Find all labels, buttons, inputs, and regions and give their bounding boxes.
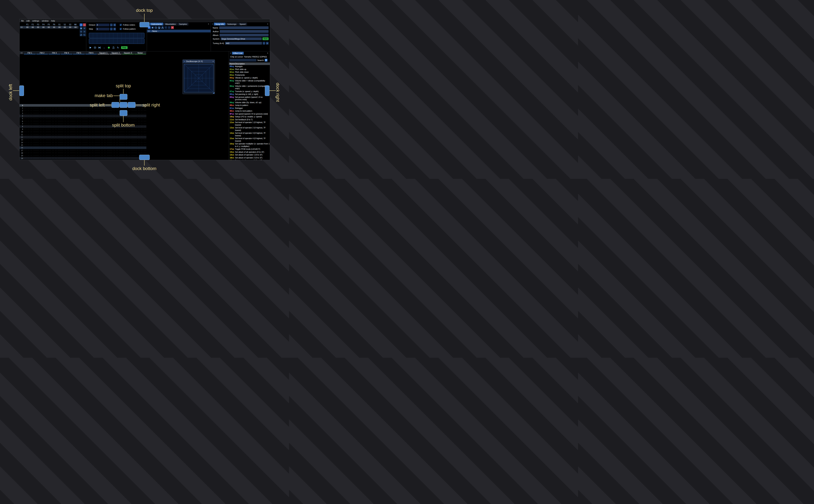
pattern-cell[interactable]: ··· ·· ·· ···· bbox=[97, 136, 110, 138]
pattern-cell[interactable]: ··· ·· ·· ···· bbox=[85, 120, 97, 122]
pattern-cell[interactable]: ··· ·· ·· ···· bbox=[36, 112, 48, 114]
order-cell[interactable]: 00 bbox=[35, 26, 41, 28]
pattern-cell[interactable]: ··· ·· ·· ···· bbox=[24, 118, 36, 120]
pattern-cell[interactable]: ··· ·· ·· ···· bbox=[122, 139, 134, 141]
pattern-cell[interactable]: ··· ·· ·· ···· bbox=[73, 134, 85, 135]
pattern-cell[interactable]: ··· ·· ·· ···· bbox=[97, 118, 110, 120]
pattern-cell[interactable]: ··· ·· ·· ···· bbox=[110, 128, 122, 130]
duplicate-instrument-button[interactable]: ▣ bbox=[151, 26, 154, 29]
pattern-cell[interactable]: ··· ·· ·· ···· bbox=[61, 128, 73, 130]
channel-header-fm-3[interactable]: FM 3 bbox=[48, 51, 61, 54]
pattern-cell[interactable]: ··· ·· ·· ···· bbox=[61, 136, 73, 138]
pattern-cell[interactable]: ··· ·· ·· ···· bbox=[73, 104, 85, 106]
pattern-cell[interactable]: ··· ·· ·· ···· bbox=[24, 128, 36, 130]
channel-header-noise[interactable]: Noise bbox=[134, 51, 146, 54]
pattern-cell[interactable]: ··· ·· ·· ···· bbox=[73, 128, 85, 130]
step-increase-button[interactable]: + bbox=[113, 28, 116, 30]
dock-bottom-target[interactable] bbox=[139, 155, 150, 160]
pattern-cell[interactable]: ··· ·· ·· ···· bbox=[73, 118, 85, 120]
piano-row-2[interactable] bbox=[89, 39, 144, 44]
channel-header-square-1[interactable]: Square 1 bbox=[97, 51, 110, 54]
order-cell[interactable]: 00 bbox=[62, 26, 67, 28]
pattern-cell[interactable]: ··· ·· ·· ···· bbox=[85, 112, 97, 114]
close-icon[interactable]: × bbox=[267, 23, 269, 25]
tab-speed[interactable]: Speed bbox=[238, 23, 247, 25]
pattern-cell[interactable]: ··· ·· ·· ···· bbox=[61, 115, 73, 117]
remove-order-button[interactable]: − bbox=[83, 23, 86, 26]
follow-pattern-checkbox[interactable]: ✓ bbox=[120, 28, 122, 30]
pattern-cell[interactable]: ··· ·· ·· ···· bbox=[48, 104, 61, 106]
pattern-cell[interactable]: ··· ·· ·· ···· bbox=[85, 149, 97, 151]
system-input[interactable]: Sega Genesis/Mega Drive bbox=[221, 37, 262, 40]
pattern-cell[interactable]: ··· ·· ·· ···· bbox=[122, 120, 134, 122]
pattern-cell[interactable]: ··· ·· ·· ···· bbox=[48, 118, 61, 120]
pattern-cell[interactable]: ··· ·· ·· ···· bbox=[97, 147, 110, 149]
pattern-cell[interactable]: ··· ·· ·· ···· bbox=[97, 126, 110, 127]
pattern-cell[interactable]: ··· ·· ·· ···· bbox=[36, 104, 48, 106]
pattern-cell[interactable]: ··· ·· ·· ···· bbox=[134, 131, 146, 133]
pattern-cell[interactable]: ··· ·· ·· ···· bbox=[134, 126, 146, 127]
save-instrument-button[interactable] bbox=[158, 26, 160, 29]
author-input[interactable] bbox=[220, 30, 268, 33]
pattern-cell[interactable]: ··· ·· ·· ···· bbox=[73, 131, 85, 133]
pattern-cell[interactable]: ··· ·· ·· ···· bbox=[122, 128, 134, 130]
pattern-cell[interactable]: ··· ·· ·· ···· bbox=[73, 157, 85, 159]
move-order-up-button[interactable]: ∧ bbox=[83, 27, 86, 30]
pattern-cell[interactable]: ··· ·· ·· ···· bbox=[85, 157, 97, 159]
pattern-cell[interactable]: ··· ·· ·· ···· bbox=[122, 131, 134, 133]
pattern-cell[interactable]: ··· ·· ·· ···· bbox=[122, 155, 134, 157]
pattern-cell[interactable]: ··· ·· ·· ···· bbox=[36, 157, 48, 159]
pattern-cell[interactable]: ··· ·· ·· ···· bbox=[134, 128, 146, 130]
pattern-cell[interactable]: ··· ·· ·· ···· bbox=[97, 112, 110, 114]
pattern-cell[interactable]: ··· ·· ·· ···· bbox=[85, 134, 97, 135]
pattern-cell[interactable]: ··· ·· ·· ···· bbox=[85, 126, 97, 127]
pattern-cell[interactable]: ··· ·· ·· ···· bbox=[97, 152, 110, 154]
pattern-cell[interactable]: ··· ·· ·· ···· bbox=[73, 120, 85, 122]
pattern-cell[interactable]: ··· ·· ·· ···· bbox=[97, 149, 110, 151]
tuning-input[interactable]: 440 bbox=[225, 42, 262, 45]
order-cell[interactable]: 00 bbox=[46, 26, 51, 28]
record-button[interactable] bbox=[107, 46, 110, 49]
pattern-cell[interactable]: ··· ·· ·· ···· bbox=[48, 107, 61, 109]
pattern-cell[interactable]: ··· ·· ·· ···· bbox=[36, 123, 48, 125]
pattern-cell[interactable]: ··· ·· ·· ···· bbox=[24, 131, 36, 133]
order-cell[interactable]: 00 bbox=[67, 26, 73, 28]
pattern-cell[interactable]: ··· ·· ·· ···· bbox=[48, 120, 61, 122]
pattern-cell[interactable]: ··· ·· ·· ···· bbox=[36, 152, 48, 154]
channel-header-fm-5[interactable]: FM 5 bbox=[73, 51, 85, 54]
pattern-cell[interactable]: ··· ·· ·· ···· bbox=[61, 123, 73, 125]
pattern-cell[interactable]: ··· ·· ·· ···· bbox=[48, 136, 61, 138]
pattern-cell[interactable]: ··· ·· ·· ···· bbox=[73, 112, 85, 114]
pattern-cell[interactable]: ··· ·· ·· ···· bbox=[97, 157, 110, 159]
pattern-cell[interactable]: ··· ·· ·· ···· bbox=[110, 136, 122, 138]
deep-clone-order-button[interactable]: » bbox=[83, 30, 86, 33]
dock-right-target[interactable] bbox=[265, 85, 269, 96]
split-bottom-target[interactable] bbox=[120, 110, 127, 116]
pattern-cell[interactable]: ··· ·· ·· ···· bbox=[97, 139, 110, 141]
piano-row-1[interactable] bbox=[89, 33, 144, 38]
pattern-cell[interactable]: ··· ·· ·· ···· bbox=[110, 147, 122, 149]
move-instrument-up-button[interactable]: ↑ bbox=[164, 26, 167, 29]
pattern-cell[interactable]: ··· ·· ·· ···· bbox=[122, 149, 134, 151]
pattern-cell[interactable]: ··· ·· ·· ···· bbox=[48, 131, 61, 133]
add-order-button[interactable]: + bbox=[80, 23, 83, 26]
pattern-cell[interactable]: ··· ·· ·· ···· bbox=[85, 152, 97, 154]
pattern-cell[interactable]: ··· ·· ·· ···· bbox=[73, 136, 85, 138]
follow-orders-checkbox[interactable]: ✓ bbox=[120, 24, 122, 26]
pattern-cell[interactable]: ··· ·· ·· ···· bbox=[48, 123, 61, 125]
split-left-target[interactable] bbox=[111, 102, 119, 108]
pattern-cell[interactable]: ··· ·· ·· ···· bbox=[24, 155, 36, 157]
pattern-cell[interactable]: ··· ·· ·· ···· bbox=[36, 110, 48, 112]
channel-header-fm-1[interactable]: FM 1 bbox=[24, 51, 36, 54]
pattern-cell[interactable]: ··· ·· ·· ···· bbox=[61, 157, 73, 159]
pattern-cell[interactable]: ··· ·· ·· ···· bbox=[122, 157, 134, 159]
pattern-cell[interactable]: ··· ·· ·· ···· bbox=[61, 110, 73, 112]
pattern-cell[interactable]: ··· ·· ·· ···· bbox=[122, 118, 134, 120]
pattern-cell[interactable]: ··· ·· ·· ···· bbox=[36, 155, 48, 157]
dock-top-target[interactable] bbox=[139, 22, 149, 27]
tab-subsongs[interactable]: Subsongs bbox=[226, 23, 238, 25]
pattern-cell[interactable]: ··· ·· ·· ···· bbox=[24, 112, 36, 114]
channel-header-square-2[interactable]: Square 2 bbox=[110, 51, 122, 54]
pattern-cell[interactable]: ··· ·· ·· ···· bbox=[24, 157, 36, 159]
pattern-cell[interactable]: ··· ·· ·· ···· bbox=[110, 134, 122, 135]
